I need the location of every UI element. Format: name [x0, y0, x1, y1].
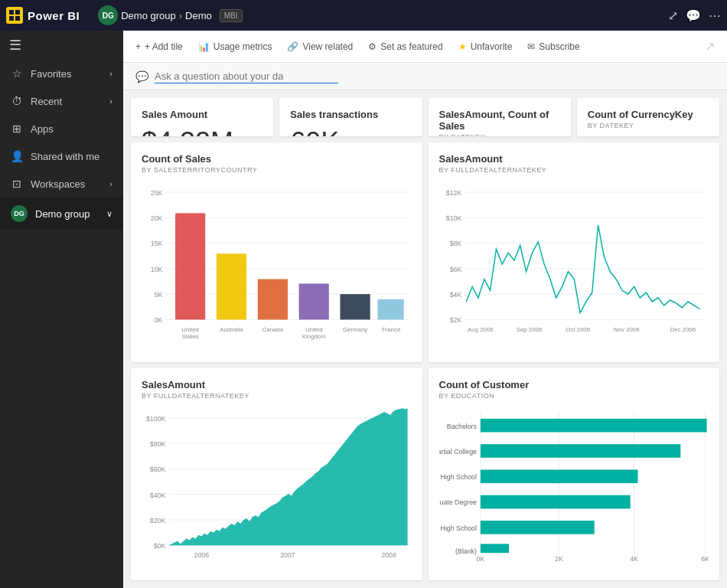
svg-text:Partial College: Partial College: [439, 448, 477, 456]
svg-rect-3: [15, 16, 20, 21]
qa-input[interactable]: [155, 70, 283, 82]
set-featured-action[interactable]: ⚙ Set as featured: [368, 41, 442, 52]
dashboard: Sales Amount $4.22M Sales transactions 6…: [123, 90, 727, 588]
svg-text:$20K: $20K: [150, 517, 166, 524]
content-area: + + Add tile 📊 Usage metrics 🔗 View rela…: [123, 31, 727, 588]
svg-rect-82: [480, 544, 508, 553]
sales-amount-line-subtitle: BY FULLDATEALTERNATEKEY: [439, 166, 709, 174]
sidebar-item-shared[interactable]: 👤 Shared with me: [0, 142, 123, 170]
sales-amount-count-title: SalesAmount, Count of Sales: [439, 109, 560, 132]
shared-icon: 👤: [11, 150, 23, 162]
svg-text:0K: 0K: [476, 555, 484, 563]
logo-icon: [6, 7, 23, 24]
breadcrumb-item[interactable]: Demo: [185, 10, 212, 21]
svg-text:$10K: $10K: [445, 214, 461, 222]
set-featured-icon: ⚙: [368, 41, 377, 52]
card-count-currency: Count of CurrencyKey BY DATEKEY 14 Goal:…: [577, 98, 719, 136]
favorites-icon: ☆: [11, 67, 23, 80]
workspaces-arrow: ›: [109, 179, 112, 188]
card-count-customer: Count of Customer BY EDUCATION 0K 2K 4K …: [429, 368, 720, 580]
svg-text:$80K: $80K: [150, 440, 166, 448]
sales-amount-title: Sales Amount: [142, 109, 262, 120]
view-related-action[interactable]: 🔗 View related: [287, 41, 353, 52]
sidebar-label-shared: Shared with me: [31, 151, 99, 162]
count-sales-subtitle: BY SALESTERRITORYCOUNTRY: [142, 166, 412, 174]
expand-icon[interactable]: ⤢: [668, 8, 678, 23]
svg-text:2006: 2006: [194, 551, 210, 559]
sidebar-label-demo-group: Demo group: [35, 208, 90, 220]
unfavorite-action[interactable]: ★ Unfavorite: [458, 41, 513, 52]
svg-text:Australia: Australia: [220, 326, 243, 333]
share-icon[interactable]: ↗: [705, 39, 715, 54]
sales-trend-subtitle: BY FULLDATEALTERNATEKEY: [142, 392, 412, 400]
svg-text:United: United: [305, 326, 323, 333]
recent-arrow: ›: [109, 96, 112, 106]
svg-rect-16: [175, 213, 205, 319]
sidebar-label-apps: Apps: [31, 123, 54, 135]
sales-trend-title: SalesAmount: [142, 379, 412, 390]
subscribe-label: Subscribe: [539, 41, 579, 52]
qa-input-container[interactable]: [155, 69, 338, 83]
count-sales-chart: 25K 20K 15K 10K 5K 0K: [142, 180, 412, 348]
card-sales-trend: SalesAmount BY FULLDATEALTERNATEKEY $100…: [131, 368, 422, 580]
card-sales-amount: Sales Amount $4.22M: [131, 98, 273, 136]
svg-rect-72: [480, 419, 706, 433]
avatar: DG: [98, 5, 118, 25]
add-tile-icon: +: [135, 41, 141, 52]
svg-rect-78: [480, 495, 630, 509]
svg-text:4K: 4K: [630, 555, 638, 563]
breadcrumb-group[interactable]: Demo group: [121, 10, 176, 21]
comment-icon[interactable]: 💬: [686, 8, 701, 23]
usage-metrics-icon: 📊: [198, 41, 210, 52]
count-sales-title: Count of Sales: [142, 153, 412, 165]
sidebar-item-workspaces[interactable]: ⊡ Workspaces ›: [0, 170, 123, 198]
svg-text:France: France: [382, 326, 400, 333]
svg-rect-19: [299, 283, 329, 319]
svg-text:$4K: $4K: [449, 291, 461, 299]
usage-metrics-label: Usage metrics: [214, 41, 272, 52]
hamburger-menu[interactable]: ☰: [0, 31, 123, 60]
workspaces-icon: ⊡: [11, 178, 23, 190]
settings-icon[interactable]: ⋯: [709, 8, 721, 23]
set-featured-label: Set as featured: [380, 41, 442, 52]
count-customer-chart: 0K 2K 4K 6K Bachelors Partial College: [439, 406, 709, 567]
svg-text:Sep 2006: Sep 2006: [516, 326, 542, 333]
currency-subtitle: BY DATEKEY: [588, 122, 709, 129]
svg-rect-76: [480, 469, 637, 483]
sidebar-label-favorites: Favorites: [31, 68, 71, 80]
sidebar-label-workspaces: Workspaces: [31, 178, 85, 190]
mbi-badge: MBI: [220, 9, 243, 22]
svg-text:2K: 2K: [555, 555, 563, 563]
subscribe-action[interactable]: ✉ Subscribe: [527, 41, 579, 52]
sidebar-item-demo-group[interactable]: DG Demo group ∨: [0, 198, 123, 230]
svg-text:States: States: [182, 333, 199, 340]
svg-text:(Blank): (Blank): [455, 547, 477, 555]
svg-rect-17: [217, 253, 246, 319]
card-sales-transactions: Sales transactions 60K: [279, 98, 422, 136]
svg-text:Nov 2006: Nov 2006: [614, 326, 640, 333]
qa-icon: 💬: [135, 70, 148, 83]
sales-amount-line-title: SalesAmount: [439, 153, 709, 165]
svg-text:$0K: $0K: [154, 542, 166, 550]
svg-text:High School: High School: [440, 473, 476, 481]
main-layout: ☰ ☆ Favorites › ⏱ Recent › ⊞ Apps 👤 Shar…: [0, 31, 727, 588]
sidebar-item-apps[interactable]: ⊞ Apps: [0, 115, 123, 142]
svg-text:0K: 0K: [155, 316, 163, 324]
sidebar-item-favorites[interactable]: ☆ Favorites ›: [0, 60, 123, 87]
logo: Power BI: [6, 7, 80, 24]
add-tile-action[interactable]: + + Add tile: [135, 41, 183, 52]
svg-rect-20: [340, 294, 370, 319]
usage-metrics-action[interactable]: 📊 Usage metrics: [198, 41, 272, 52]
currency-value: 14: [588, 136, 709, 136]
svg-text:2007: 2007: [280, 551, 295, 559]
svg-text:25K: 25K: [151, 189, 163, 197]
svg-text:Dec 2006: Dec 2006: [670, 326, 696, 333]
svg-text:$8K: $8K: [449, 240, 461, 248]
count-customer-subtitle: BY EDUCATION: [439, 392, 709, 400]
svg-text:5K: 5K: [155, 291, 163, 299]
svg-rect-0: [9, 10, 14, 15]
demo-group-avatar: DG: [11, 205, 28, 222]
svg-text:Aug 2006: Aug 2006: [468, 326, 494, 333]
sidebar-item-recent[interactable]: ⏱ Recent ›: [0, 87, 123, 115]
subheader: + + Add tile 📊 Usage metrics 🔗 View rela…: [123, 31, 727, 63]
